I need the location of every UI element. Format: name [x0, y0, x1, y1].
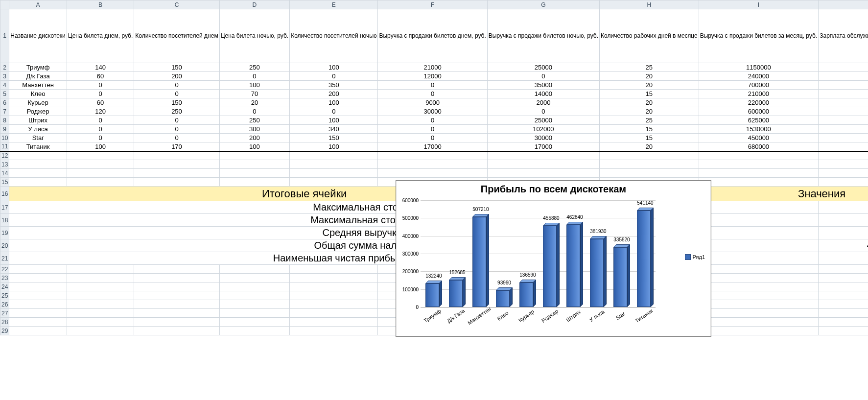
cell-13-G[interactable]: [487, 160, 599, 169]
cell-4-C[interactable]: 0: [134, 81, 219, 90]
cell-5-H[interactable]: 15: [600, 90, 699, 98]
summary-value[interactable]: 33900: [819, 227, 868, 239]
cell-13-D[interactable]: [219, 160, 290, 169]
cell-25-A[interactable]: [9, 291, 67, 300]
cell-15-A[interactable]: [9, 178, 67, 187]
cell-24-C[interactable]: [134, 282, 219, 291]
cell-14-E[interactable]: [290, 169, 378, 178]
cell-27-J[interactable]: [819, 309, 868, 318]
cell-9-J[interactable]: 1000000: [819, 125, 868, 134]
cell-2-G[interactable]: 25000: [487, 63, 599, 72]
cell-9-A[interactable]: У лиса: [9, 125, 67, 134]
cell-8-I[interactable]: 625000: [699, 116, 819, 125]
chart-bar[interactable]: [543, 226, 557, 307]
col-header-G[interactable]: G: [487, 0, 599, 9]
row-header-22[interactable]: 22: [0, 265, 9, 274]
cell-14-J[interactable]: [819, 169, 868, 178]
cell-12-F[interactable]: [378, 151, 487, 160]
cell-5-C[interactable]: 0: [134, 90, 219, 98]
col-header-B[interactable]: B: [67, 0, 134, 9]
cell-28-C[interactable]: [134, 318, 219, 327]
cell-24-D[interactable]: [219, 282, 290, 291]
row-header-10[interactable]: 10: [0, 134, 9, 142]
cell-11-I[interactable]: 680000: [699, 142, 819, 151]
cell-8-C[interactable]: 0: [134, 116, 219, 125]
row-header-16[interactable]: 16: [0, 187, 9, 201]
cell-8-H[interactable]: 25: [600, 116, 699, 125]
cell-26-C[interactable]: [134, 300, 219, 309]
cell-4-D[interactable]: 100: [219, 81, 290, 90]
cell-13-I[interactable]: [699, 160, 819, 169]
cell-27-A[interactable]: [9, 309, 67, 318]
cell-7-A[interactable]: Роджер: [9, 107, 67, 116]
summary-value[interactable]: 300: [819, 214, 868, 227]
cell-24-I[interactable]: [699, 282, 819, 291]
cell-6-C[interactable]: 150: [134, 98, 219, 107]
cell-7-I[interactable]: 600000: [699, 107, 819, 116]
cell-12-J[interactable]: [819, 151, 868, 160]
cell-3-G[interactable]: 0: [487, 72, 599, 81]
row-header-21[interactable]: 21: [0, 252, 9, 265]
cell-11-A[interactable]: Титаник: [9, 142, 67, 151]
cell-4-B[interactable]: 0: [67, 81, 134, 90]
cell-29-A[interactable]: [9, 327, 67, 335]
cell-9-H[interactable]: 15: [600, 125, 699, 134]
cell-5-E[interactable]: 200: [290, 90, 378, 98]
cell-14-C[interactable]: [134, 169, 219, 178]
cell-7-F[interactable]: 30000: [378, 107, 487, 116]
cell-2-C[interactable]: 150: [134, 63, 219, 72]
cell-8-A[interactable]: Штрих: [9, 116, 67, 125]
cell-26-B[interactable]: [67, 300, 134, 309]
cell-23-I[interactable]: [699, 274, 819, 282]
cell-12-G[interactable]: [487, 151, 599, 160]
cell-11-E[interactable]: 100: [290, 142, 378, 151]
cell-3-B[interactable]: 60: [67, 72, 134, 81]
cell-22-B[interactable]: [67, 265, 134, 274]
cell-4-E[interactable]: 350: [290, 81, 378, 90]
cell-28-I[interactable]: [699, 318, 819, 327]
cell-10-A[interactable]: Star: [9, 134, 67, 142]
cell-6-D[interactable]: 20: [219, 98, 290, 107]
chart-bar[interactable]: [613, 247, 627, 307]
cell-5-G[interactable]: 14000: [487, 90, 599, 98]
cell-9-F[interactable]: 0: [378, 125, 487, 134]
row-header-17[interactable]: 17: [0, 201, 9, 214]
row-header-6[interactable]: 6: [0, 98, 9, 107]
cell-12-H[interactable]: [600, 151, 699, 160]
row-header-23[interactable]: 23: [0, 274, 9, 282]
cell-23-J[interactable]: [819, 274, 868, 282]
cell-29-B[interactable]: [67, 327, 134, 335]
cell-10-B[interactable]: 0: [67, 134, 134, 142]
cell-15-E[interactable]: [290, 178, 378, 187]
cell-27-B[interactable]: [67, 309, 134, 318]
cell-4-J[interactable]: 50000: [819, 81, 868, 90]
row-header-7[interactable]: 7: [0, 107, 9, 116]
cell-10-C[interactable]: 0: [134, 134, 219, 142]
chart-bar[interactable]: [519, 282, 533, 307]
cell-12-I[interactable]: [699, 151, 819, 160]
cell-25-J[interactable]: [819, 291, 868, 300]
row-header-26[interactable]: 26: [0, 300, 9, 309]
cell-2-E[interactable]: 100: [290, 63, 378, 72]
chart-bar[interactable]: [637, 211, 651, 307]
cell-5-F[interactable]: 0: [378, 90, 487, 98]
cell-14-B[interactable]: [67, 169, 134, 178]
cell-25-I[interactable]: [699, 291, 819, 300]
row-header-2[interactable]: 2: [0, 63, 9, 72]
cell-23-B[interactable]: [67, 274, 134, 282]
cell-6-B[interactable]: 60: [67, 98, 134, 107]
cell-15-J[interactable]: [819, 178, 868, 187]
cell-22-I[interactable]: [699, 265, 819, 274]
cell-7-H[interactable]: 20: [600, 107, 699, 116]
cell-6-A[interactable]: Курьер: [9, 98, 67, 107]
cell-8-B[interactable]: 0: [67, 116, 134, 125]
row-header-27[interactable]: 27: [0, 309, 9, 318]
cell-22-A[interactable]: [9, 265, 67, 274]
cell-3-A[interactable]: Д/к Газа: [9, 72, 67, 81]
cell-10-H[interactable]: 15: [600, 134, 699, 142]
row-header-5[interactable]: 5: [0, 90, 9, 98]
cell-7-G[interactable]: 0: [487, 107, 599, 116]
cell-27-E[interactable]: [290, 309, 378, 318]
row-header-12[interactable]: 12: [0, 151, 9, 160]
col-header-J[interactable]: J: [819, 0, 868, 9]
